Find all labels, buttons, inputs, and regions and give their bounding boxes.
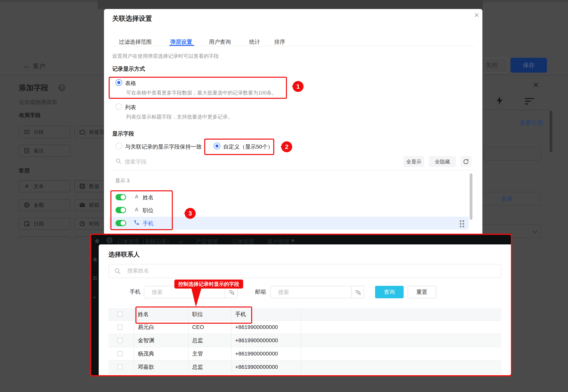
query-button[interactable]: 查询	[375, 286, 404, 298]
email-filter-label: 邮箱	[255, 288, 266, 295]
cell-phone: +8619900000000	[231, 361, 301, 373]
display-count: 显示 3	[115, 177, 130, 184]
nav-chevron-icon	[179, 239, 183, 243]
multi-segment-button[interactable]: 多条	[473, 192, 541, 206]
add-field-title: 添加字段	[19, 83, 48, 93]
table-row[interactable]: 杨茂典 主管 +8619900000000	[108, 347, 501, 361]
annotation-box-4	[135, 307, 252, 324]
dialog-title: 选择联系人	[108, 250, 140, 259]
cell-phone: +8619900000000	[231, 347, 301, 360]
cell-title: 总监	[188, 361, 231, 373]
view-reference-link[interactable]: 查看引用	[520, 119, 543, 127]
tab-statistics[interactable]: 统计	[249, 38, 260, 46]
email-icon	[79, 203, 85, 207]
cell-name: 金智渊	[134, 334, 188, 347]
field-button-text[interactable]: A 文本	[19, 180, 70, 192]
field-button-segment[interactable]: 分段	[19, 126, 70, 138]
row-checkbox[interactable]	[118, 351, 122, 356]
table-row[interactable]: 金智渊 总监 +8619900000000	[108, 334, 501, 347]
help-icon[interactable]: ?	[58, 84, 65, 91]
search-icon	[116, 158, 122, 165]
modal-scrollbar[interactable]	[470, 173, 472, 220]
lightning-icon[interactable]	[496, 96, 504, 106]
row-checkbox[interactable]	[118, 338, 122, 343]
field-button-amount[interactable]: ¥ 金额	[19, 199, 70, 211]
refresh-button[interactable]	[461, 156, 471, 167]
tab-filter-range[interactable]: 过滤选择范围	[119, 38, 152, 46]
radio-list-desc: 列表仅显示标题字段，支持批量选中更多记录。	[126, 113, 233, 120]
row-checkbox[interactable]	[118, 364, 122, 370]
drawer-scrollbar[interactable]	[550, 111, 552, 152]
field-button-label: 日期	[34, 220, 44, 227]
radio-same-label: 与关联记录的显示字段保持一致	[125, 143, 202, 151]
top-strip-dark	[98, 0, 483, 9]
nav-caret-icon	[291, 239, 295, 244]
display-fields-title: 显示字段	[112, 130, 134, 138]
layout-section-title: 布局字段	[19, 112, 41, 119]
app-logo-icon: $	[106, 237, 113, 243]
sidebar-contacts-icon	[92, 275, 98, 281]
note-icon	[24, 148, 30, 153]
field-button-label: 邮箱	[89, 202, 99, 209]
select-all-checkbox[interactable]	[118, 312, 122, 317]
drawer-close-icon[interactable]: ×	[533, 79, 539, 91]
screenshot-stage: ← 客户 添加字段 ? 点击或拖拽添加 布局字段 分段 标签页 备注 常用 A …	[0, 0, 568, 392]
hide-all-button[interactable]: 全隐藏	[429, 156, 456, 167]
annotation-pointer	[184, 287, 211, 308]
annotation-badge-2: 2	[281, 141, 292, 152]
field-button-date[interactable]: 日期	[19, 218, 70, 230]
show-all-button[interactable]: 全显示	[404, 156, 424, 167]
radio-same-as-record[interactable]	[116, 143, 122, 149]
radio-list[interactable]	[116, 103, 122, 110]
field-button-label: 金额	[34, 202, 44, 209]
display-mode-title: 记录显示方式	[112, 65, 145, 73]
field-button-label: 备注	[34, 147, 44, 154]
annotation-note: 控制选择记录时显示的字段	[174, 280, 243, 289]
back-arrow-icon[interactable]: ←	[23, 61, 31, 70]
name-search-box[interactable]	[108, 264, 501, 278]
phone-filter-label: 手机	[130, 288, 141, 295]
table-row[interactable]: 邓嘉歆 总监 +8619900000000	[108, 361, 501, 374]
time-icon	[79, 221, 85, 226]
number-icon: 6	[79, 183, 85, 189]
row-checkbox[interactable]	[118, 325, 122, 330]
advanced-search-icon[interactable]	[228, 289, 235, 296]
list-divider	[112, 170, 474, 170]
save-button[interactable]: 保存	[510, 58, 547, 73]
cell-phone: +8619900000000	[231, 334, 301, 347]
reset-button[interactable]: 重置	[407, 286, 436, 298]
name-search-input[interactable]	[127, 267, 245, 274]
common-section-title: 常用	[19, 167, 30, 175]
sidebar-add-icon: +	[93, 294, 97, 301]
field-button-note[interactable]: 备注	[19, 145, 70, 157]
drag-handle-icon[interactable]	[460, 220, 465, 228]
tab-popup-settings[interactable]: 弹层设置	[170, 38, 192, 46]
drawer-input[interactable]	[484, 147, 541, 160]
email-filter-input[interactable]	[278, 289, 345, 295]
field-button-stub	[19, 237, 70, 246]
annotation-badge-3: 3	[185, 208, 196, 219]
modal-close-icon[interactable]: ×	[474, 10, 479, 20]
cell-title: 总监	[188, 334, 231, 347]
modal-description: 设置用户在使用弹层选择记录时可以查看的字段	[112, 53, 219, 59]
tab-user-query[interactable]: 用户查询	[209, 38, 231, 46]
modal-title: 关联选择设置	[112, 14, 152, 23]
search-icon	[114, 268, 121, 275]
tab-sort[interactable]: 排序	[274, 38, 285, 46]
email-filter-box[interactable]	[270, 286, 364, 298]
radio-list-label: 列表	[125, 104, 136, 111]
add-field-hint: 点击或拖拽添加	[19, 98, 57, 106]
annotation-box-2	[204, 139, 274, 155]
advanced-search-icon[interactable]	[355, 289, 361, 296]
cell-name: 邓嘉歆	[134, 361, 188, 373]
annotation-box-1	[109, 77, 287, 99]
sort-icon[interactable]	[525, 98, 535, 106]
input-divider	[351, 286, 352, 298]
field-button-label: 分段	[34, 129, 44, 136]
date-icon	[24, 221, 30, 226]
drawer-divider	[482, 110, 549, 110]
field-search-input[interactable]	[124, 158, 223, 165]
text-icon: A	[24, 183, 30, 189]
sidebar-home-icon	[92, 257, 98, 263]
contact-picker-screenshot-panel: $ 订单管理（关联记录） 产品管理 订单管理 客户管理 + 选择联系人 手机	[90, 234, 512, 376]
